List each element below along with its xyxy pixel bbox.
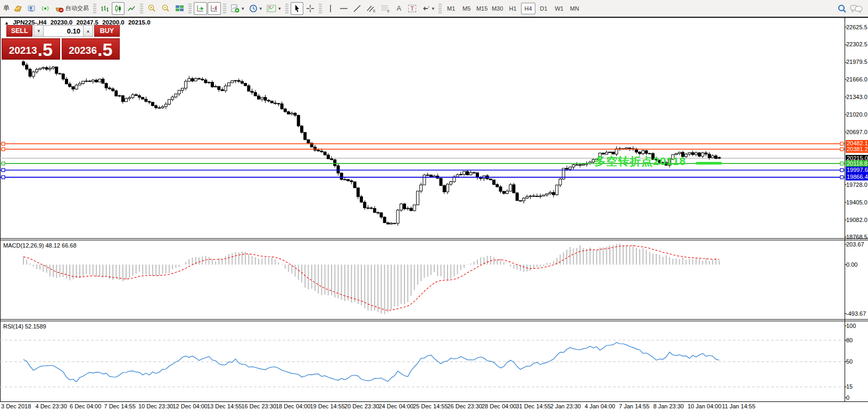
price-axis-tick[interactable]: 21343.0 [846,94,867,101]
time-axis-label[interactable]: 3 Dec 2018 [1,403,31,409]
price-axis-tick[interactable]: 21979.5 [846,59,867,65]
time-axis-label[interactable]: 26 Dec 23:30 [448,403,482,409]
trading-terminal-window: { "toolbar": { "order_text": "单", "autot… [0,0,868,411]
price-line-label[interactable]: 19997.6 [846,167,868,174]
time-axis-label[interactable]: 18 Dec 04:00 [276,403,310,409]
rsi-axis-tick: 0 [846,394,849,401]
price-axis-tick[interactable]: 19728.0 [846,182,867,188]
price-axis-tick[interactable]: 19405.0 [846,199,867,206]
time-axis-label[interactable]: 4 Dec 23:30 [36,403,67,409]
trade-controls-row: SELL ▼ 0.10 ▲ BUY [2,25,120,37]
time-axis-label[interactable]: 8 Jan 23:30 [654,403,684,409]
bid-price-button[interactable]: 20213 .5 [2,38,60,60]
time-axis-label[interactable]: 7 Jan 14:55 [619,403,650,409]
time-axis-label[interactable]: 10 Jan 04:00 [688,403,722,409]
price-axis-tick[interactable]: 22625.5 [846,24,867,31]
trade-prices-row: 20213 .5 20236 .5 [2,38,120,60]
time-axis-label[interactable]: 25 Dec 14:55 [413,403,448,409]
rsi-label: RSI(14) 52.1589 [3,323,46,330]
time-axis-label[interactable]: 31 Dec 14:55 [516,403,551,409]
macd-label: MACD(12,26,9) 48.12 66.68 [3,242,77,249]
macd-axis-tick: 203.67 [846,241,864,248]
volume-decrease-button[interactable]: ▼ [34,25,44,37]
price-chart-canvas[interactable] [0,0,868,411]
price-axis-tick[interactable]: 19082.0 [846,217,867,224]
price-line-label[interactable]: 20118.8 [846,160,868,167]
ask-price-button[interactable]: 20236 .5 [62,38,120,60]
time-axis-label[interactable]: 11 Jan 14:55 [722,403,756,409]
price-axis-tick[interactable]: 22302.5 [846,41,867,48]
bid-price-frac: .5 [37,40,52,59]
rsi-axis-tick: 100 [846,323,856,330]
time-axis-label[interactable]: 2 Jan 23:30 [550,403,581,409]
time-axis-label[interactable]: 24 Dec 04:00 [379,403,414,409]
bid-price-main: 20213 [9,43,37,59]
macd-axis-tick: 0.00 [846,261,857,268]
time-axis-label[interactable]: 12 Dec 04:00 [173,403,208,409]
rsi-axis-tick: 80 [846,337,853,344]
price-axis-tick[interactable]: 18768.5 [846,234,867,241]
pivot-annotation-text[interactable]: 多空转折点20118 [594,154,686,169]
macd-axis-tick: -493.67 [846,310,866,317]
ask-price-main: 20236 [69,43,97,59]
ask-price-frac: .5 [97,40,112,59]
price-line-label[interactable]: 19866.4 [846,174,868,180]
price-axis-tick[interactable]: 21666.0 [846,76,867,83]
price-line-label[interactable]: 20381.2 [846,146,868,153]
one-click-trading-panel: SELL ▼ 0.10 ▲ BUY 20213 .5 20236 .5 [2,25,120,60]
rsi-axis-tick: 15 [846,383,853,390]
time-axis-label[interactable]: 20 Dec 23:30 [344,403,379,409]
volume-input[interactable]: 0.10 [44,25,83,37]
rsi-axis-tick: 50 [846,358,853,365]
time-axis-label[interactable]: 7 Dec 14:55 [104,403,136,409]
volume-increase-button[interactable]: ▲ [83,25,93,37]
time-axis-label[interactable]: 16 Dec 23:30 [242,403,276,409]
sell-button[interactable]: SELL [6,25,32,37]
time-axis-label[interactable]: 13 Dec 14:55 [207,403,242,409]
ohlc-close: 20215.0 [128,19,151,26]
buy-button[interactable]: BUY [94,25,120,37]
time-axis-label[interactable]: 4 Jan 04:00 [585,403,616,409]
price-axis-tick[interactable]: 21020.0 [846,111,867,118]
time-axis-label[interactable]: 19 Dec 14:55 [310,403,345,409]
time-axis-label[interactable]: 10 Dec 23:30 [138,403,173,409]
time-axis-label[interactable]: 6 Dec 04:00 [70,403,101,409]
price-axis-tick[interactable]: 20697.0 [846,129,867,136]
time-axis-label[interactable]: 28 Dec 04:00 [482,403,516,409]
